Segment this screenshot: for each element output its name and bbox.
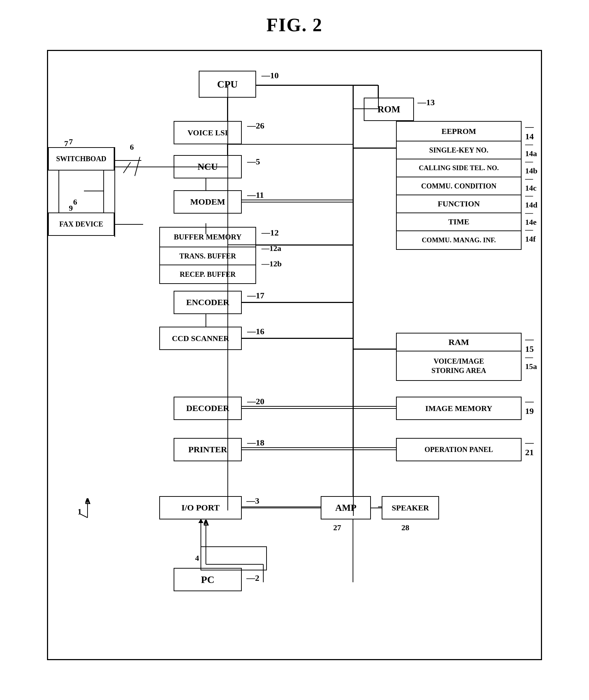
amp-ref: 27: [333, 523, 341, 532]
eeprom-time: TIME: [397, 213, 521, 231]
trans-buffer-row: TRANS. BUFFER: [160, 247, 255, 265]
ncu-left-line: [114, 167, 174, 167]
diagram-container: CPU —10 ROM —13 VOICE LSI —26 NCU —5 MOD…: [47, 50, 542, 660]
switchboard-box: SWITCHBOAD: [48, 147, 114, 171]
modem-ref: —11: [247, 190, 264, 200]
modem-bus-line: [242, 202, 353, 202]
amp-box: AMP: [321, 496, 371, 519]
buffer-ref: —12: [261, 228, 279, 238]
printer-ref: —18: [247, 438, 264, 448]
ncu-ref: —5: [247, 157, 260, 167]
ccd-scanner-ref: —16: [247, 327, 264, 336]
voice-lsi-ref: —26: [247, 121, 264, 131]
eeprom-single-key: SINGLE-KEY NO.: [397, 141, 521, 159]
eeprom-connect: [353, 148, 396, 149]
page-title: FIG. 2: [267, 14, 322, 36]
eeprom-14e-ref: —14e: [525, 208, 541, 227]
amp-speaker-line: [371, 508, 382, 508]
buffer-header: BUFFER MEMORY: [160, 228, 255, 247]
fax-device-box: FAX DEVICE: [48, 213, 114, 236]
switchboard-7-label: 7: [64, 139, 68, 148]
io-port-box: I/O PORT: [159, 496, 242, 519]
eeprom-ref: —14: [525, 122, 541, 141]
rom-vert: [378, 85, 379, 108]
pc-io-vert: [201, 519, 201, 570]
speaker-box: SPEAKER: [382, 496, 439, 519]
rom-box: ROM: [364, 98, 414, 121]
operation-panel-box: OPERATION PANEL: [396, 438, 522, 461]
pc-line4-top: [201, 546, 267, 547]
switchboard-ref: 7: [69, 137, 73, 146]
buffer-memory-group: BUFFER MEMORY TRANS. BUFFER RECEP. BUFFE…: [159, 227, 256, 284]
fax-horiz-line: [114, 224, 143, 225]
pc-ref: —2: [246, 573, 259, 583]
pc-line4-vert: [266, 546, 267, 570]
eeprom-commu-condition: COMMU. CONDITION: [397, 177, 521, 195]
right-bus: [353, 85, 354, 516]
eeprom-header: EEPROM: [397, 122, 521, 141]
decoder-ref: —20: [247, 397, 264, 406]
main-left-bus: [227, 85, 228, 510]
speaker-ref: 28: [401, 523, 409, 532]
ram-connect: [353, 349, 396, 350]
recep-buffer-row: RECEP. BUFFER: [160, 265, 255, 283]
cpu-rom-bus: [256, 85, 378, 86]
ncu-bus-line: [174, 167, 227, 167]
eeprom-calling-side: CALLING SIDE TEL. NO.: [397, 159, 521, 177]
cpu-ref: —10: [261, 71, 279, 80]
eeprom-14d-ref: —14d: [525, 191, 541, 210]
ram-header: RAM: [397, 333, 521, 351]
ram-15a-ref: —15a: [525, 353, 541, 371]
io-amp-line: [242, 508, 321, 508]
eeprom-14c-ref: —14c: [525, 174, 541, 193]
encoder-box: ENCODER: [174, 291, 242, 314]
rom-horiz: [353, 108, 378, 109]
eeprom-commu-manag: COMMU. MANAG. INF.: [397, 231, 521, 249]
pc-box: PC: [174, 568, 242, 591]
printer-bus-line: [242, 449, 353, 450]
ccd-bus-line: [242, 338, 353, 339]
oppanel-connect: [353, 449, 396, 450]
decoder-box: DECODER: [174, 397, 242, 420]
v1: [227, 133, 228, 134]
ccd-scanner-box: CCD SCANNER: [159, 327, 242, 350]
operation-panel-ref: —21: [525, 438, 541, 457]
io-port-ref: —3: [246, 496, 259, 506]
encoder-ref: —17: [247, 291, 264, 300]
pc-line4: [201, 570, 267, 570]
voice-lsi-box: VOICE LSI: [174, 121, 242, 144]
eeprom-group: EEPROM SINGLE-KEY NO. CALLING SIDE TEL. …: [396, 121, 522, 250]
recep-buffer-ref: —12b: [261, 259, 282, 269]
left-vert-line: [114, 147, 115, 237]
buffer-bus-line: [256, 245, 353, 246]
ref-6-top: 6: [130, 143, 134, 152]
ref-4: 4: [195, 554, 199, 563]
ram-group: RAM VOICE/IMAGESTORING AREA: [396, 333, 522, 381]
eeprom-14a-ref: —14a: [525, 140, 541, 158]
printer-box: PRINTER: [174, 438, 242, 461]
eeprom-14f-ref: —14f: [525, 225, 541, 244]
ram-ref: —15: [525, 335, 541, 354]
ref-6-mid: 6: [73, 197, 77, 207]
ref1-arrow: [70, 496, 98, 525]
rom-ref: —13: [418, 98, 435, 107]
fax-ref: 9: [69, 204, 73, 213]
eeprom-14b-ref: —14b: [525, 157, 541, 176]
svg-line-32: [123, 162, 131, 173]
svg-line-36: [80, 514, 88, 518]
eeprom-function: FUNCTION: [397, 195, 521, 213]
decoder-bus-line: [242, 408, 353, 409]
encoder-bus-line: [242, 302, 353, 303]
image-memory-ref: —19: [525, 397, 541, 416]
ram-voice-image: VOICE/IMAGESTORING AREA: [397, 351, 521, 380]
modem-box: MODEM: [174, 190, 242, 214]
pc-io-arrow: [198, 519, 203, 523]
image-memory-box: IMAGE MEMORY: [396, 397, 522, 420]
imgmem-connect: [353, 408, 396, 409]
